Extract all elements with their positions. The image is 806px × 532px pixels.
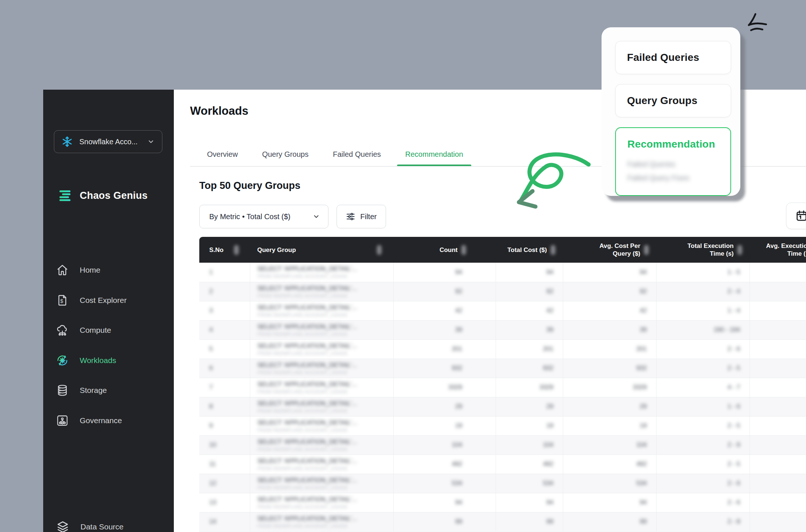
sidebar-item-data-source[interactable]: Data Source — [56, 517, 124, 532]
sidebar-item-label: Workloads — [80, 356, 116, 365]
cell-count: 3329 — [393, 378, 496, 397]
cell-total-cost: 201 — [496, 339, 563, 359]
column-label: Query Group — [257, 246, 296, 254]
column-header-avg_cost[interactable]: Avg. Cost Per Query ($) — [563, 237, 656, 263]
popup-option-recommendation[interactable]: RecommendationFailed QueriesFailed Query… — [615, 127, 731, 196]
cell-sno: 1 — [199, 263, 250, 282]
cell-total-cost: 932 — [496, 359, 563, 378]
cell-total-cost: 94 — [496, 493, 563, 512]
table-row[interactable]: 6SELECT 'APPLICATION_DETAIL'...FROM SNOW… — [199, 359, 806, 378]
table-row[interactable]: 10SELECT 'APPLICATION_DETAIL'...FROM SNO… — [199, 435, 806, 455]
cell-query-group: SELECT 'APPLICATION_DETAIL'...FROM SNOWF… — [250, 282, 393, 301]
table-row[interactable]: 3SELECT 'APPLICATION_DETAIL'...FROM SNOW… — [199, 301, 806, 320]
table-row[interactable]: 4SELECT 'APPLICATION_DETAIL'...FROM SNOW… — [199, 320, 806, 339]
svg-text:$: $ — [60, 298, 63, 304]
cell-total-exec-time: 2 - 6 — [656, 493, 750, 512]
cell-total-cost: 104 — [496, 435, 563, 455]
table-row[interactable]: 8SELECT 'APPLICATION_DETAIL'...FROM SNOW… — [199, 397, 806, 416]
tab-recommendation[interactable]: Recommendation — [397, 145, 471, 164]
cell-query-group: SELECT 'APPLICATION_DETAIL'...FROM SNOWF… — [250, 435, 393, 455]
tab-query-groups[interactable]: Query Groups — [254, 145, 317, 164]
cell-avg-cost: 19 — [563, 416, 656, 435]
compute-icon — [56, 324, 69, 336]
sort-icon[interactable] — [234, 245, 239, 255]
cell-query-group: SELECT 'APPLICATION_DETAIL'...FROM SNOWF… — [250, 455, 393, 474]
cell-total-exec-time: 2 - 9 — [656, 435, 750, 455]
cell-sno: 4 — [199, 320, 250, 339]
cell-sno: 2 — [199, 282, 250, 301]
metric-dropdown[interactable]: By Metric • Total Cost ($) — [199, 205, 328, 228]
cell-total-cost: 39 — [496, 320, 563, 339]
table-row[interactable]: 13SELECT 'APPLICATION_DETAIL'...FROM SNO… — [199, 493, 806, 512]
cell-total-cost: 42 — [496, 301, 563, 320]
table-row[interactable]: 5SELECT 'APPLICATION_DETAIL'...FROM SNOW… — [199, 339, 806, 359]
cell-total-exec-time: 2 - 5 — [656, 455, 750, 474]
column-header-total_exec[interactable]: Total Execution Time (s) — [656, 237, 750, 263]
cell-avg-exec-time — [750, 512, 806, 531]
sort-icon[interactable] — [551, 245, 555, 255]
cell-avg-cost: 29 — [563, 397, 656, 416]
popup-option-failed-queries[interactable]: Failed Queries — [615, 41, 731, 74]
cell-sno: 7 — [199, 378, 250, 397]
table-row[interactable]: 11SELECT 'APPLICATION_DETAIL'...FROM SNO… — [199, 455, 806, 474]
cell-total-exec-time: 2 - 5 — [656, 416, 750, 435]
sidebar-item-cost-explorer[interactable]: $Cost Explorer — [56, 290, 166, 311]
sidebar-item-label: Governance — [80, 416, 122, 425]
sort-icon[interactable] — [737, 245, 742, 255]
column-header-query[interactable]: Query Group — [250, 237, 393, 263]
column-header-count[interactable]: Count — [393, 237, 496, 263]
cell-total-cost: 492 — [496, 455, 563, 474]
table-row[interactable]: 7SELECT 'APPLICATION_DETAIL'...FROM SNOW… — [199, 378, 806, 397]
column-header-sno[interactable]: S.No — [199, 237, 250, 263]
cell-query-group: SELECT 'APPLICATION_DETAIL'...FROM SNOWF… — [250, 512, 393, 531]
sidebar-item-compute[interactable]: Compute — [56, 320, 166, 341]
home-icon — [56, 264, 69, 276]
filter-button[interactable]: Filter — [337, 205, 386, 228]
table-row[interactable]: 14SELECT 'APPLICATION_DETAIL'...FROM SNO… — [199, 512, 806, 531]
sliders-icon — [346, 212, 355, 221]
cell-avg-cost: 94 — [563, 493, 656, 512]
cell-avg-cost: 3329 — [563, 378, 656, 397]
cell-sno: 13 — [199, 493, 250, 512]
cell-count: 534 — [393, 474, 496, 493]
sidebar-item-label: Home — [80, 266, 100, 274]
cell-total-exec-time: 1 - 6 — [656, 397, 750, 416]
sidebar-item-home[interactable]: Home — [56, 260, 166, 280]
calendar-icon — [795, 210, 806, 222]
cell-total-cost: 19 — [496, 416, 563, 435]
tab-bar: OverviewQuery GroupsFailed QueriesRecomm… — [199, 145, 471, 164]
page-title: Workloads — [190, 104, 248, 118]
tab-failed-queries[interactable]: Failed Queries — [325, 145, 389, 164]
cell-count: 29 — [393, 397, 496, 416]
table-row[interactable]: 1SELECT 'APPLICATION_DETAIL'...FROM SNOW… — [199, 263, 806, 282]
date-range-button[interactable] — [786, 203, 806, 229]
sort-icon[interactable] — [461, 245, 466, 255]
cell-count: 39 — [393, 320, 496, 339]
cell-total-exec-time: 2 - 4 — [656, 282, 750, 301]
sidebar-item-workloads[interactable]: Workloads — [56, 350, 166, 371]
column-header-total_cost[interactable]: Total Cost ($) — [496, 237, 563, 263]
cell-sno: 3 — [199, 301, 250, 320]
column-label: S.No — [209, 246, 224, 254]
cell-count: 19 — [393, 416, 496, 435]
cell-sno: 5 — [199, 339, 250, 359]
cell-avg-exec-time — [750, 263, 806, 282]
table-row[interactable]: 9SELECT 'APPLICATION_DETAIL'...FROM SNOW… — [199, 416, 806, 435]
cell-sno: 10 — [199, 435, 250, 455]
cell-count: 94 — [393, 263, 496, 282]
table-row[interactable]: 2SELECT 'APPLICATION_DETAIL'...FROM SNOW… — [199, 282, 806, 301]
sort-icon[interactable] — [644, 245, 649, 255]
tab-overview[interactable]: Overview — [199, 145, 246, 164]
sidebar-item-storage[interactable]: Storage — [56, 380, 166, 401]
cell-sno: 12 — [199, 474, 250, 493]
cell-query-group: SELECT 'APPLICATION_DETAIL'...FROM SNOWF… — [250, 474, 393, 493]
cell-avg-cost: 94 — [563, 263, 656, 282]
cell-avg-exec-time — [750, 339, 806, 359]
column-header-avg_exec[interactable]: Avg. Execution Time (s) — [750, 237, 806, 263]
cell-total-cost: 92 — [496, 282, 563, 301]
popup-option-query-groups[interactable]: Query Groups — [615, 84, 731, 117]
table-row[interactable]: 12SELECT 'APPLICATION_DETAIL'...FROM SNO… — [199, 474, 806, 493]
sidebar-item-governance[interactable]: Governance — [56, 410, 166, 431]
account-selector[interactable]: Snowflake Acco... — [54, 130, 162, 153]
sort-icon[interactable] — [377, 245, 382, 255]
